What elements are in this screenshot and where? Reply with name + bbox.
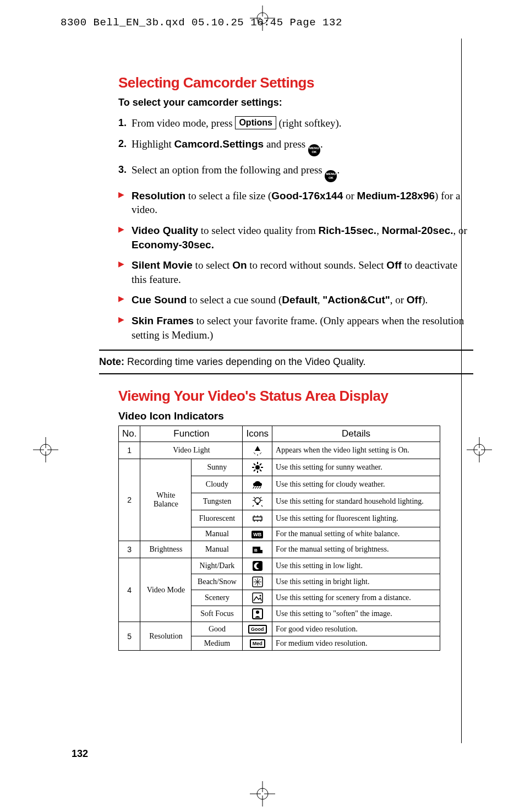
cell-det-night: Use this setting in low light. xyxy=(272,558,440,574)
step-3: 3. Select an option from the following a… xyxy=(118,163,471,182)
b3-on: On xyxy=(232,259,247,271)
step-1: 1. From video mode, press Options (right… xyxy=(118,116,471,130)
svg-point-23 xyxy=(255,465,260,470)
step3-prefix: Select an option from the following and … xyxy=(132,164,325,176)
cell-sub-scenery: Scenery xyxy=(192,590,243,606)
table-row: 5 Resolution Good Good For good video re… xyxy=(119,622,440,636)
menu-ok-icon: MENUOK xyxy=(325,170,337,182)
svg-point-63 xyxy=(256,611,259,614)
b3-bold: Silent Movie xyxy=(132,259,193,271)
brightness-icon: B xyxy=(243,541,272,558)
table-row: 4 Video Mode Night/Dark Use this setting… xyxy=(119,558,440,574)
b2-opt2: Normal-20sec. xyxy=(382,225,453,236)
options-softkey: Options xyxy=(235,116,276,129)
b3-off: Off xyxy=(386,259,401,271)
svg-rect-44 xyxy=(253,517,262,520)
cell-det-scenery: Use this setting for scenery from a dist… xyxy=(272,590,440,606)
cell-det-med: For medium video resolution. xyxy=(272,636,440,651)
med-res-icon: Med xyxy=(243,636,272,651)
cell-det-wb-manual: For the manual setting of white balance. xyxy=(272,527,440,541)
svg-line-32 xyxy=(253,487,254,488)
cell-sub-night: Night/Dark xyxy=(192,558,243,574)
svg-text:B: B xyxy=(254,548,258,553)
page-number: 132 xyxy=(72,748,88,760)
step2-bold: Camcord.Settings xyxy=(174,138,264,150)
svg-line-20 xyxy=(254,453,255,454)
note-label: Note: xyxy=(99,356,124,367)
step-2: 2. Highlight Camcord.Settings and press … xyxy=(118,137,471,156)
cell-det-good: For good video resolution. xyxy=(272,622,440,636)
b4-sep2: , or xyxy=(390,294,407,306)
svg-line-30 xyxy=(254,470,255,471)
b2-sep1: , xyxy=(376,225,382,236)
cell-func-2: White Balance xyxy=(140,459,192,541)
svg-line-31 xyxy=(260,464,261,465)
cell-func-1: Video Light xyxy=(140,442,243,459)
icon-indicators-table: No. Function Icons Details 1 Video Light… xyxy=(118,426,440,651)
bullet-silent-movie: Silent Movie to select On to record with… xyxy=(118,258,471,286)
cell-sub-wb-manual: Manual xyxy=(192,527,243,541)
svg-line-34 xyxy=(258,487,259,488)
cell-sub-beach: Beach/Snow xyxy=(192,574,243,590)
bullet-skin-frames: Skin Frames to select your favorite fram… xyxy=(118,314,471,342)
svg-line-33 xyxy=(255,487,256,488)
b3-mid: to select xyxy=(193,259,232,271)
soft-focus-icon xyxy=(243,606,272,622)
crop-mark-top-icon xyxy=(250,6,275,31)
cell-sub-soft: Soft Focus xyxy=(192,606,243,622)
svg-line-43 xyxy=(261,505,262,506)
section1-heading: Selecting Camcorder Settings xyxy=(118,74,471,91)
svg-line-41 xyxy=(260,497,261,498)
b4-bold: Cue Sound xyxy=(132,294,187,306)
cloud-icon xyxy=(243,476,272,493)
note-box: Note: Recording time varies depending on… xyxy=(99,350,473,374)
wb-manual-icon: WB xyxy=(243,527,272,541)
b4-end: ). xyxy=(422,294,428,306)
cell-det-tungsten: Use this setting for standard household … xyxy=(272,493,440,510)
menu-ok-icon: MENUOK xyxy=(308,144,320,156)
step1-suffix: (right softkey). xyxy=(279,117,342,129)
section1-intro: To select your camcorder settings: xyxy=(118,97,471,108)
cell-func-4: Video Mode xyxy=(140,558,192,622)
snow-icon xyxy=(243,574,272,590)
bullet-cue-sound: Cue Sound to select a cue sound (Default… xyxy=(118,293,471,307)
fluorescent-icon xyxy=(243,510,272,527)
scenery-icon xyxy=(243,590,272,606)
svg-point-36 xyxy=(255,498,260,503)
step2-mid: and press xyxy=(266,138,308,150)
b1-mid: to select a file size ( xyxy=(185,190,271,201)
th-details: Details xyxy=(272,426,440,442)
cell-det-fluorescent: Use this setting for fluorescent lightin… xyxy=(272,510,440,527)
svg-line-29 xyxy=(260,470,261,471)
b2-sep2: , or xyxy=(453,225,467,236)
cell-no-2: 2 xyxy=(119,459,140,541)
b2-mid: to select video quality from xyxy=(198,225,318,236)
table-row: 3 Brightness Manual B For the manual set… xyxy=(119,541,440,558)
b1-bold: Resolution xyxy=(132,190,185,201)
b1-opt1: Good-176x144 xyxy=(271,190,343,201)
svg-line-42 xyxy=(253,505,254,506)
b3-mid2: to record without sounds. Select xyxy=(247,259,387,271)
cell-no-5: 5 xyxy=(119,622,140,651)
svg-rect-52 xyxy=(260,550,262,553)
cell-func-3: Brightness xyxy=(140,541,192,558)
th-no: No. xyxy=(119,426,140,442)
cell-no-4: 4 xyxy=(119,558,140,622)
b2-bold: Video Quality xyxy=(132,225,198,236)
b5-bold: Skin Frames xyxy=(132,315,194,326)
section2-subhead: Video Icon Indicators xyxy=(118,410,471,422)
note-text: Recording time varies depending on the V… xyxy=(124,356,366,367)
b4-mid: to select a cue sound ( xyxy=(187,294,282,306)
good-res-icon: Good xyxy=(243,622,272,636)
cell-sub-cloudy: Cloudy xyxy=(192,476,243,493)
crop-mark-bottom-icon xyxy=(250,781,275,806)
b2-opt1: Rich-15sec. xyxy=(319,225,377,236)
cell-sub-good: Good xyxy=(192,622,243,636)
cell-no-3: 3 xyxy=(119,541,140,558)
lamp-icon xyxy=(243,442,272,459)
cell-sub-tungsten: Tungsten xyxy=(192,493,243,510)
step1-prefix: From video mode, press xyxy=(132,117,235,129)
table-row: 1 Video Light Appears when the video lig… xyxy=(119,442,440,459)
sun-icon xyxy=(243,459,272,476)
b4-opt2: "Action&Cut" xyxy=(322,294,390,306)
